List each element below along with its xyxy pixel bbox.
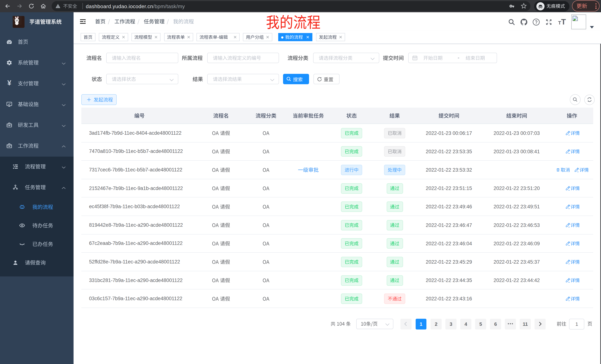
- svg-text:2022-01-22 23:46:04: 2022-01-22 23:46:04: [426, 241, 472, 246]
- svg-text:2022-01-23 00:06:17: 2022-01-23 00:06:17: [426, 130, 472, 136]
- svg-text:2022-01-22 23:46:53: 2022-01-22 23:46:53: [494, 222, 540, 228]
- svg-text:2022-01-22 23:53:35: 2022-01-22 23:53:35: [426, 149, 472, 154]
- svg-text:2022-01-22 23:49:51: 2022-01-22 23:49:51: [494, 204, 540, 210]
- svg-text:2022-01-22 23:51:20: 2022-01-22 23:51:20: [494, 185, 540, 191]
- svg-text:2022-01-22 23:45:37: 2022-01-22 23:45:37: [494, 259, 540, 265]
- svg-text:2022-01-22 23:53:32: 2022-01-22 23:53:32: [426, 167, 472, 173]
- svg-text:2022-01-23 00:08:41: 2022-01-23 00:08:41: [494, 149, 540, 154]
- svg-text:2022-01-22 23:46:47: 2022-01-22 23:46:47: [426, 222, 472, 228]
- svg-text:2022-01-22 23:44:42: 2022-01-22 23:44:42: [494, 278, 540, 283]
- svg-text:2022-01-22 23:46:09: 2022-01-22 23:46:09: [494, 241, 540, 246]
- svg-text:2022-01-22 23:45:29: 2022-01-22 23:45:29: [426, 259, 472, 265]
- svg-text:2022-01-23 00:07:03: 2022-01-23 00:07:03: [494, 130, 540, 136]
- svg-text:2022-01-22 23:43:16: 2022-01-22 23:43:16: [426, 296, 472, 301]
- svg-text:2022-01-22 23:51:15: 2022-01-22 23:51:15: [426, 185, 472, 191]
- svg-text:2022-01-22 23:44:35: 2022-01-22 23:44:35: [426, 278, 472, 283]
- svg-text:2022-01-22 23:49:46: 2022-01-22 23:49:46: [426, 204, 472, 210]
